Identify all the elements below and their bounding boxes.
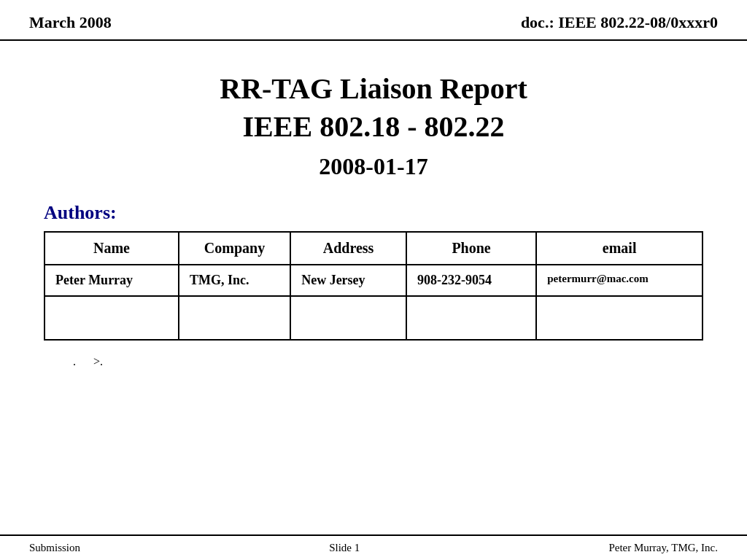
col-header-name: Name (44, 232, 179, 265)
cell-company: TMG, Inc. (179, 265, 290, 296)
col-header-company: Company (179, 232, 290, 265)
col-header-address: Address (290, 232, 406, 265)
header-date: March 2008 (29, 13, 112, 32)
cell-address: New Jersey (290, 265, 406, 296)
footer-slide-number: Slide 1 (329, 542, 360, 554)
footer-bar: Submission Slide 1 Peter Murray, TMG, In… (0, 534, 747, 560)
footer-submission: Submission (29, 542, 80, 554)
main-content: RR-TAG Liaison Report IEEE 802.18 - 802.… (0, 41, 747, 368)
header-bar: March 2008 doc.: IEEE 802.22-08/0xxxr0 (0, 0, 747, 41)
slide-container: March 2008 doc.: IEEE 802.22-08/0xxxr0 R… (0, 0, 747, 560)
bullet2: >. (93, 355, 103, 368)
cell-empty-phone (406, 296, 536, 340)
cell-empty-company (179, 296, 290, 340)
col-header-phone: Phone (406, 232, 536, 265)
authors-label: Authors: (44, 202, 703, 224)
table-row: Peter Murray TMG, Inc. New Jersey 908-23… (44, 265, 703, 296)
main-title: RR-TAG Liaison Report IEEE 802.18 - 802.… (44, 70, 703, 146)
header-doc-id: doc.: IEEE 802.22-08/0xxxr0 (521, 13, 718, 32)
cell-empty-email (536, 296, 703, 340)
cell-phone: 908-232-9054 (406, 265, 536, 296)
table-row-empty (44, 296, 703, 340)
footer-author: Peter Murray, TMG, Inc. (608, 542, 718, 554)
cell-empty-name (44, 296, 179, 340)
title-line2: IEEE 802.18 - 802.22 (44, 108, 703, 146)
cell-empty-address (290, 296, 406, 340)
col-header-email: email (536, 232, 703, 265)
subtitle-date: 2008-01-17 (44, 153, 703, 180)
table-header-row: Name Company Address Phone email (44, 232, 703, 265)
bullet1: . (73, 355, 76, 368)
cell-name: Peter Murray (44, 265, 179, 296)
title-line1: RR-TAG Liaison Report (44, 70, 703, 108)
authors-table: Name Company Address Phone email Peter M… (44, 231, 703, 341)
bullet-section: . >. (44, 355, 703, 368)
cell-email: petermurr@mac.com (536, 265, 703, 296)
